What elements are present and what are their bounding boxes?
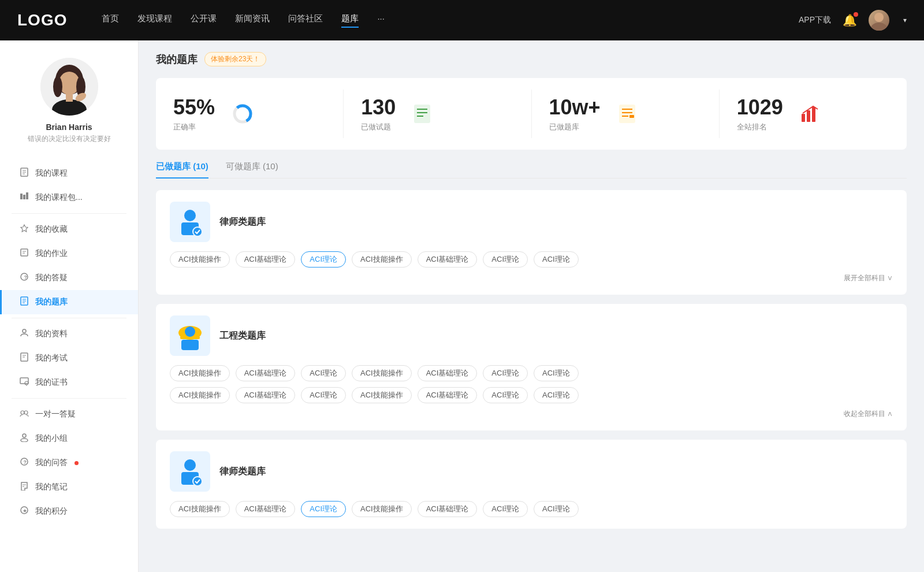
tab-done-banks[interactable]: 已做题库 (10) [156,161,208,178]
svg-rect-31 [20,378,28,384]
nav-quiz[interactable]: 题库 [341,13,359,28]
nav-home[interactable]: 首页 [102,13,119,28]
tag[interactable]: ACI技能操作 [170,251,230,268]
sidebar-item-qa[interactable]: ? 我的答疑 [0,266,138,290]
sidebar-item-certificate[interactable]: 我的证书 [0,370,138,395]
sidebar-item-quiz-bank[interactable]: 我的题库 [0,290,138,314]
tab-available-banks[interactable]: 可做题库 (10) [226,161,278,178]
sidebar-item-points[interactable]: ★ 我的积分 [0,499,138,523]
app-download-button[interactable]: APP下载 [799,15,831,25]
category-header-engineer: 工程类题库 [170,315,893,356]
sidebar-item-tutoring[interactable]: 一对一答疑 [0,402,138,426]
tag[interactable]: ACI基础理论 [236,501,296,517]
user-name: Brian Harris [46,122,92,132]
tag[interactable]: ACI理论 [483,501,528,517]
tutoring-icon [19,408,29,420]
engineer-category-icon [176,320,204,351]
sidebar-item-homework[interactable]: 我的作业 [0,242,138,266]
svg-rect-14 [20,194,23,199]
tag[interactable]: ACI理论 [483,387,528,403]
sidebar-item-questions[interactable]: ? 我的问答 [0,451,138,475]
notification-bell-icon[interactable]: 🔔 [843,13,857,27]
tag[interactable]: ACI理论 [534,251,579,268]
tag-active[interactable]: ACI理论 [301,251,346,268]
tag[interactable]: ACI基础理论 [418,501,478,517]
sidebar-item-profile[interactable]: 我的资料 [0,322,138,346]
tag[interactable]: ACI技能操作 [352,365,412,381]
tag[interactable]: ACI技能操作 [352,501,412,517]
tag[interactable]: ACI技能操作 [352,251,412,268]
questions-done-icon [412,103,433,124]
svg-marker-17 [21,225,28,232]
sidebar-item-exam[interactable]: 我的考试 [0,346,138,370]
sidebar-item-course-package[interactable]: 我的课程包... [0,185,138,210]
sidebar-label-quiz-bank: 我的题库 [35,297,68,307]
nav-news[interactable]: 新闻资讯 [235,13,270,28]
questions-done-number: 130 [361,95,396,120]
account-chevron-icon[interactable]: ▾ [903,16,907,24]
category-tags-engineer-row2: ACI技能操作 ACI基础理论 ACI理论 ACI技能操作 ACI基础理论 AC… [170,387,893,403]
svg-text:★: ★ [23,508,27,514]
group-icon [19,433,29,444]
sidebar-item-group[interactable]: 我的小组 [0,426,138,451]
sidebar-item-notes[interactable]: 我的笔记 [0,475,138,499]
accuracy-number: 55% [173,95,215,120]
page-title: 我的题库 [156,53,198,66]
navbar-right: APP下载 🔔 ▾ [799,10,907,31]
exam-icon [19,352,29,364]
tabs: 已做题库 (10) 可做题库 (10) [156,161,907,179]
tag[interactable]: ACI理论 [534,501,579,517]
sidebar-item-favorites[interactable]: 我的收藏 [0,217,138,242]
svg-rect-16 [26,192,28,199]
tag[interactable]: ACI理论 [301,365,346,381]
tag[interactable]: ACI理论 [534,365,579,381]
user-motto: 错误的决定比没有决定要好 [28,134,111,144]
tag[interactable]: ACI理论 [483,365,528,381]
sidebar-nav: 我的课程 我的课程包... 我的收藏 我的作业 [0,161,138,523]
tag[interactable]: ACI基础理论 [418,365,478,381]
ranking-value-group: 1029 全站排名 [737,95,790,132]
svg-point-34 [21,411,24,414]
stat-questions-done: 130 已做试题 [344,90,531,138]
accuracy-donut-icon [231,102,254,125]
questions-done-label: 已做试题 [361,122,403,132]
svg-point-37 [21,439,28,442]
svg-rect-64 [181,340,199,350]
user-avatar-icon [40,58,98,116]
tag[interactable]: ACI技能操作 [352,387,412,403]
sidebar-label-profile: 我的资料 [35,329,68,339]
sidebar-item-my-courses[interactable]: 我的课程 [0,161,138,185]
profile-icon [19,328,29,340]
svg-rect-15 [23,195,25,199]
tag[interactable]: ACI理论 [534,387,579,403]
sidebar-label-my-courses: 我的课程 [35,168,68,179]
sidebar-label-favorites: 我的收藏 [35,224,68,235]
tag[interactable]: ACI基础理论 [236,387,296,403]
tag[interactable]: ACI基础理论 [236,251,296,268]
tag[interactable]: ACI基础理论 [418,251,478,268]
nav-discover[interactable]: 发现课程 [137,13,172,28]
nav-more[interactable]: ··· [377,13,385,28]
tag[interactable]: ACI基础理论 [418,387,478,403]
avatar [40,58,98,116]
tag[interactable]: ACI技能操作 [170,501,230,517]
collapse-link-engineer[interactable]: 收起全部科目 ∧ [170,409,893,419]
stat-accuracy: 55% 正确率 [156,90,344,138]
tag[interactable]: ACI技能操作 [170,387,230,403]
page-header: 我的题库 体验剩余23天！ [156,52,907,66]
nav-open-course[interactable]: 公开课 [191,13,217,28]
questions-done-value-group: 130 已做试题 [361,95,403,132]
tag[interactable]: ACI理论 [301,387,346,403]
nav-qa[interactable]: 问答社区 [288,13,323,28]
tag[interactable]: ACI理论 [483,251,528,268]
tag[interactable]: ACI技能操作 [170,365,230,381]
qa-icon: ? [19,272,29,284]
avatar[interactable] [869,10,889,31]
expand-link-lawyer1[interactable]: 展开全部科目 ∨ [170,273,893,283]
tag-active[interactable]: ACI理论 [301,501,346,517]
sidebar-label-notes: 我的笔记 [35,482,68,492]
tag[interactable]: ACI基础理论 [236,365,296,381]
category-tags-engineer-row1: ACI技能操作 ACI基础理论 ACI理论 ACI技能操作 ACI基础理论 AC… [170,365,893,381]
engineer-icon-wrap [170,315,210,356]
favorites-icon [19,224,29,235]
